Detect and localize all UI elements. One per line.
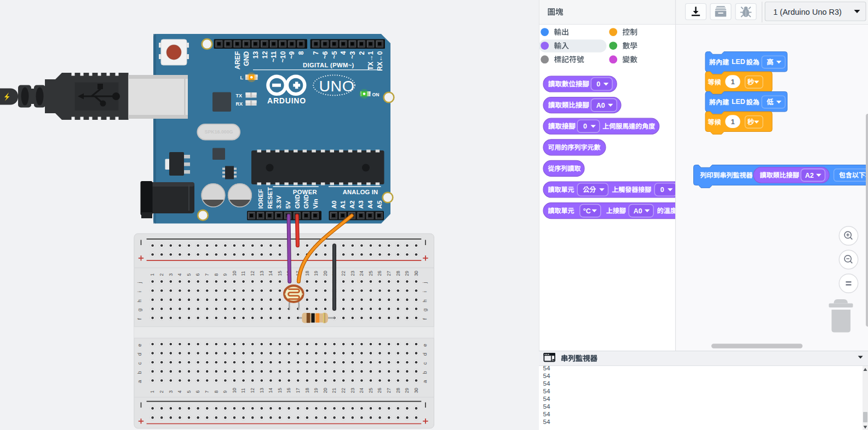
svg-text:11: 11 <box>240 388 246 393</box>
svg-text:15: 15 <box>277 271 283 276</box>
svg-text:1: 1 <box>150 391 155 393</box>
svg-text:°C: °C <box>583 207 591 215</box>
svg-text:~5: ~5 <box>331 51 338 59</box>
svg-text:16: 16 <box>286 388 291 393</box>
svg-text:9: 9 <box>222 274 228 276</box>
svg-text:DIGITAL (PWM~): DIGITAL (PWM~) <box>303 62 354 68</box>
svg-text:Vin: Vin <box>312 199 319 208</box>
svg-text:11: 11 <box>240 271 246 276</box>
svg-text:A5: A5 <box>376 200 383 209</box>
svg-text:2: 2 <box>358 51 366 55</box>
svg-text:g: g <box>422 309 428 311</box>
svg-text:SPK16.000G: SPK16.000G <box>205 129 233 135</box>
svg-text:h: h <box>422 299 428 302</box>
svg-text:RX: RX <box>236 101 243 107</box>
svg-text:ARDUINO: ARDUINO <box>267 96 306 105</box>
svg-text:1: 1 <box>150 274 155 276</box>
svg-text:RX←0: RX←0 <box>376 51 384 71</box>
svg-text:0: 0 <box>596 80 600 88</box>
svg-text:j: j <box>136 282 142 284</box>
svg-text:~9: ~9 <box>288 51 296 59</box>
svg-text:j: j <box>422 282 428 284</box>
svg-text:22: 22 <box>341 388 346 393</box>
svg-text:29: 29 <box>404 271 410 276</box>
svg-text:L: L <box>240 75 244 80</box>
svg-text:7: 7 <box>312 51 320 55</box>
svg-text:A2: A2 <box>805 172 814 179</box>
svg-text:2: 2 <box>159 274 164 276</box>
svg-text:b: b <box>136 371 142 374</box>
svg-text:12: 12 <box>250 271 255 276</box>
svg-text:13: 13 <box>259 388 265 393</box>
svg-text:28: 28 <box>395 388 401 393</box>
svg-text:54: 54 <box>543 403 551 410</box>
svg-text:54: 54 <box>543 418 551 426</box>
svg-text:15: 15 <box>277 388 283 393</box>
svg-text:c: c <box>136 362 142 365</box>
svg-text:3: 3 <box>168 391 174 393</box>
svg-text:a: a <box>136 380 142 383</box>
svg-text:LED: LED <box>732 98 745 106</box>
svg-text:14: 14 <box>268 388 273 393</box>
svg-text:27: 27 <box>386 271 392 276</box>
svg-text:f: f <box>422 318 428 319</box>
svg-text:13: 13 <box>252 51 260 59</box>
svg-text:f: f <box>136 318 142 319</box>
svg-text:10: 10 <box>232 271 237 276</box>
svg-text:ANALOG IN: ANALOG IN <box>343 189 378 195</box>
svg-text:30: 30 <box>413 271 419 276</box>
svg-text:19: 19 <box>313 388 319 393</box>
svg-text:21: 21 <box>331 388 337 393</box>
svg-text:10: 10 <box>232 388 237 393</box>
svg-text:3.3V: 3.3V <box>275 195 283 208</box>
svg-text:A4: A4 <box>366 200 374 209</box>
svg-text:A3: A3 <box>357 200 365 209</box>
svg-text:12: 12 <box>261 51 269 59</box>
svg-text:RESET: RESET <box>266 187 274 208</box>
svg-text:18: 18 <box>304 388 310 393</box>
svg-text:A0: A0 <box>634 207 642 215</box>
svg-text:1: 1 <box>731 118 734 126</box>
svg-text:23: 23 <box>350 271 355 276</box>
svg-text:GND: GND <box>302 194 310 209</box>
svg-text:~10: ~10 <box>279 51 287 62</box>
svg-text:0: 0 <box>660 186 664 194</box>
svg-text:ON: ON <box>372 92 380 97</box>
svg-text:AREF: AREF <box>234 51 242 69</box>
svg-text:POWER: POWER <box>293 189 317 195</box>
svg-text:TX: TX <box>236 93 243 98</box>
svg-text:24: 24 <box>359 388 364 393</box>
svg-text:A0: A0 <box>596 102 605 109</box>
svg-text:IOREF: IOREF <box>257 189 265 208</box>
svg-text:UNO: UNO <box>319 77 355 95</box>
svg-text:9: 9 <box>222 391 228 393</box>
svg-text:d: d <box>422 353 428 356</box>
svg-text:4: 4 <box>177 274 182 276</box>
svg-text:A2: A2 <box>348 200 356 209</box>
svg-text:4: 4 <box>177 391 182 393</box>
svg-text:14: 14 <box>268 271 273 276</box>
svg-text:13: 13 <box>259 271 265 276</box>
svg-text:30: 30 <box>413 388 419 393</box>
svg-text:54: 54 <box>543 372 551 380</box>
svg-text:7: 7 <box>204 274 210 276</box>
svg-text:4: 4 <box>340 51 347 55</box>
svg-text:54: 54 <box>543 387 551 395</box>
svg-text:26: 26 <box>377 388 382 393</box>
svg-text:6: 6 <box>195 274 200 276</box>
svg-text:54: 54 <box>543 364 551 372</box>
svg-text:2: 2 <box>159 391 164 393</box>
svg-text:54: 54 <box>543 395 551 403</box>
svg-text:8: 8 <box>214 391 219 393</box>
svg-text:a: a <box>422 380 428 383</box>
svg-text:h: h <box>136 299 142 302</box>
svg-text:54: 54 <box>543 380 551 387</box>
svg-text:17: 17 <box>295 388 301 393</box>
svg-text:e: e <box>136 344 142 347</box>
svg-text:1 (Arduino Uno R3): 1 (Arduino Uno R3) <box>773 8 842 16</box>
svg-text:GND: GND <box>243 51 250 66</box>
svg-text:8: 8 <box>214 274 219 276</box>
svg-text:1: 1 <box>731 78 734 86</box>
svg-text:TX→1: TX→1 <box>367 51 375 70</box>
svg-text:e: e <box>422 344 428 347</box>
